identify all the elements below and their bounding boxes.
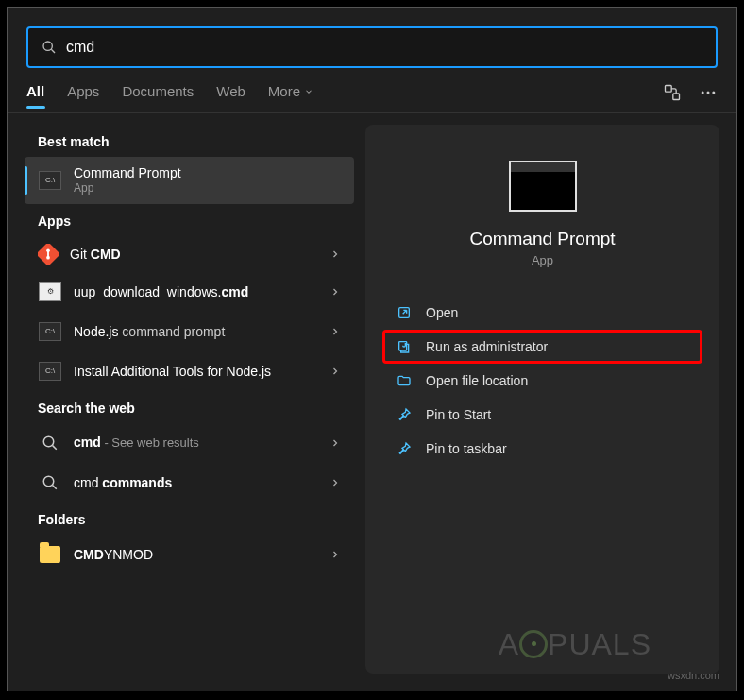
svg-point-0 <box>43 42 52 50</box>
search-icon <box>38 470 62 495</box>
svg-rect-10 <box>47 250 49 257</box>
result-subtitle: App <box>74 181 341 196</box>
action-run-as-administrator[interactable]: Run as administrator <box>382 330 702 364</box>
open-icon <box>396 304 413 321</box>
shield-icon <box>396 338 413 355</box>
section-header-web: Search the web <box>25 391 354 423</box>
action-label: Run as administrator <box>426 339 548 354</box>
app-thumbnail <box>509 161 577 212</box>
svg-point-4 <box>702 91 704 94</box>
folder-open-icon <box>396 372 413 389</box>
chevron-right-icon <box>330 248 341 260</box>
svg-line-14 <box>53 485 57 488</box>
git-icon <box>38 244 59 265</box>
app-result-uup-download[interactable]: ⚙ uup_download_windows.cmd <box>25 272 354 312</box>
pin-icon <box>396 440 413 457</box>
svg-point-5 <box>707 91 710 94</box>
results-panel: Best match C:\ Command Prompt App Apps G… <box>8 113 362 691</box>
web-result-cmd[interactable]: cmd - See web results <box>25 423 354 463</box>
cmd-app-icon: C:\ <box>38 319 62 344</box>
svg-point-11 <box>43 436 54 447</box>
tab-apps[interactable]: Apps <box>67 83 99 109</box>
app-result-git-cmd[interactable]: Git CMD <box>25 236 354 272</box>
section-header-best-match: Best match <box>25 125 354 157</box>
svg-rect-3 <box>673 93 680 99</box>
section-header-apps: Apps <box>25 204 354 236</box>
web-result-cmd-commands[interactable]: cmd commands <box>25 463 354 503</box>
search-icon <box>42 40 57 55</box>
chevron-down-icon <box>304 87 313 96</box>
watermark-logo: APUALS <box>499 627 651 662</box>
svg-line-12 <box>53 445 57 449</box>
action-label: Pin to taskbar <box>426 441 507 456</box>
more-options-icon[interactable] <box>699 83 718 102</box>
folder-result[interactable]: CMDYNMOD <box>25 535 354 574</box>
action-label: Open <box>426 305 458 320</box>
action-pin-to-start[interactable]: Pin to Start <box>382 398 702 432</box>
search-input[interactable] <box>66 39 702 56</box>
app-result-node-tools[interactable]: C:\ Install Additional Tools for Node.js <box>25 351 354 391</box>
search-icon <box>38 431 62 455</box>
chevron-right-icon <box>330 326 341 337</box>
cmd-app-icon: C:\ <box>38 359 62 384</box>
svg-point-6 <box>712 91 715 94</box>
best-match-item[interactable]: C:\ Command Prompt App <box>25 157 354 204</box>
share-flow-icon[interactable] <box>663 83 682 102</box>
result-title: Command Prompt <box>74 164 341 181</box>
action-open-file-location[interactable]: Open file location <box>382 364 702 398</box>
cmd-file-icon: ⚙ <box>38 280 62 304</box>
tab-documents[interactable]: Documents <box>122 83 194 109</box>
watermark-text: wsxdn.com <box>668 670 719 681</box>
chevron-right-icon <box>330 549 341 560</box>
pin-icon <box>396 406 413 423</box>
filter-tabs-row: All Apps Documents Web More <box>8 68 736 113</box>
tab-web[interactable]: Web <box>216 83 245 109</box>
svg-line-1 <box>51 49 55 53</box>
chevron-right-icon <box>330 477 341 488</box>
chevron-right-icon <box>330 286 341 298</box>
chevron-right-icon <box>330 366 341 377</box>
chevron-right-icon <box>330 437 341 449</box>
app-type: App <box>532 253 553 267</box>
svg-point-13 <box>43 476 54 487</box>
action-open[interactable]: Open <box>382 296 702 330</box>
action-label: Pin to Start <box>426 407 491 422</box>
search-bar[interactable] <box>26 26 718 68</box>
action-label: Open file location <box>426 373 528 388</box>
details-panel: Command Prompt App Open Run as administr… <box>365 125 719 674</box>
folder-icon <box>38 542 62 567</box>
app-result-nodejs-cmd[interactable]: C:\ Node.js command prompt <box>25 312 354 351</box>
tab-all[interactable]: All <box>26 83 44 109</box>
tab-more[interactable]: More <box>268 83 313 109</box>
action-pin-to-taskbar[interactable]: Pin to taskbar <box>382 432 702 466</box>
cmd-app-icon: C:\ <box>38 168 62 193</box>
app-name: Command Prompt <box>469 229 615 249</box>
section-header-folders: Folders <box>25 503 354 535</box>
svg-rect-2 <box>666 85 672 92</box>
